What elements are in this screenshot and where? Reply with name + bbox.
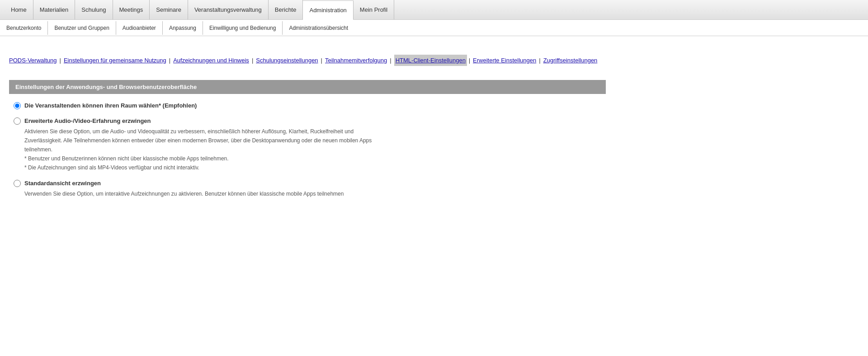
radio-label-1[interactable]: Die Veranstaltenden können ihren Raum wä… (14, 102, 601, 109)
radio-input-3[interactable] (14, 180, 21, 187)
radio-input-1[interactable] (14, 102, 21, 109)
sep1: | (60, 55, 61, 66)
desc-2-line-2: Zuverlässigkeit. Alle Teilnehmenden könn… (24, 136, 601, 145)
sub-navigation: Benutzerkonto Benutzer und Gruppen Audio… (0, 20, 868, 36)
sep7: | (539, 55, 540, 66)
subnav-benutzer-gruppen[interactable]: Benutzer und Gruppen (48, 21, 116, 35)
subnav-anpassung[interactable]: Anpassung (163, 21, 203, 35)
desc-2-line-4: * Benutzer und Benutzerinnen können nich… (24, 155, 601, 163)
nav-item-materialien[interactable]: Materialien (33, 0, 75, 19)
desc-2-line-5: * Die Aufzeichnungen sind als MP4-Videos… (24, 164, 601, 172)
breadcrumb-teilnahme[interactable]: Teilnahmemitverfolgung (325, 55, 387, 66)
breadcrumb-html-client[interactable]: HTML-Client-Einstellungen (394, 55, 467, 66)
breadcrumb-zugriffs[interactable]: Zugriffseinstellungen (543, 55, 598, 66)
nav-item-schulung[interactable]: Schulung (75, 0, 113, 19)
top-navigation: Home Materialien Schulung Meetings Semin… (0, 0, 868, 20)
nav-item-berichte[interactable]: Berichte (269, 0, 303, 19)
radio-option-1: Die Veranstaltenden können ihren Raum wä… (14, 102, 601, 109)
radio-text-1: Die Veranstaltenden können ihren Raum wä… (24, 102, 197, 109)
sep3: | (252, 55, 253, 66)
radio-text-3: Standardansicht erzwingen (24, 180, 101, 187)
nav-item-meetings[interactable]: Meetings (113, 0, 150, 19)
nav-item-veranstaltung[interactable]: Veranstaltungsverwaltung (188, 0, 269, 19)
breadcrumb-pods-verwaltung[interactable]: PODS-Verwaltung (9, 55, 57, 66)
breadcrumb-schulungseinstellungen[interactable]: Schulungseinstellungen (256, 55, 318, 66)
main-content: PODS-Verwaltung | Einstellungen für geme… (0, 36, 615, 215)
radio-option-3: Standardansicht erzwingen Verwenden Sie … (14, 180, 601, 198)
nav-item-seminare[interactable]: Seminare (150, 0, 188, 19)
breadcrumb-links: PODS-Verwaltung | Einstellungen für geme… (9, 50, 606, 71)
subnav-benutzerkonto[interactable]: Benutzerkonto (5, 21, 48, 35)
nav-item-administration[interactable]: Administration (303, 0, 353, 20)
breadcrumb-erweiterte[interactable]: Erweiterte Einstellungen (473, 55, 536, 66)
nav-item-profil[interactable]: Mein Profil (354, 0, 394, 19)
section-header: Einstellungen der Anwendungs- und Browse… (9, 80, 606, 94)
radio-description-2: Aktivieren Sie diese Option, um die Audi… (24, 127, 601, 172)
radio-label-3[interactable]: Standardansicht erzwingen (14, 180, 601, 187)
radio-label-2[interactable]: Erweiterte Audio-/Video-Erfahrung erzwin… (14, 117, 601, 125)
nav-item-home[interactable]: Home (5, 0, 33, 19)
radio-text-2: Erweiterte Audio-/Video-Erfahrung erzwin… (24, 117, 151, 124)
desc-2-line-3: teilnehmen. (24, 145, 601, 154)
radio-group: Die Veranstaltenden können ihren Raum wä… (9, 102, 606, 198)
radio-option-2: Erweiterte Audio-/Video-Erfahrung erzwin… (14, 117, 601, 172)
radio-input-2[interactable] (14, 117, 21, 125)
sep5: | (390, 55, 391, 66)
desc-2-line-1: Aktivieren Sie diese Option, um die Audi… (24, 127, 601, 136)
desc-3-line-1: Verwenden Sie diese Option, um interakti… (24, 190, 601, 198)
sep6: | (469, 55, 470, 66)
subnav-einwilligung[interactable]: Einwilligung und Bedienung (203, 21, 283, 35)
subnav-administrationsübersicht[interactable]: Administrationsübersicht (283, 21, 354, 35)
sep2: | (169, 55, 170, 66)
radio-description-3: Verwenden Sie diese Option, um interakti… (24, 190, 601, 198)
breadcrumb-einstellungen-nutzung[interactable]: Einstellungen für gemeinsame Nutzung (64, 55, 166, 66)
sep4: | (321, 55, 322, 66)
breadcrumb-aufzeichnungen[interactable]: Aufzeichnungen und Hinweis (173, 55, 249, 66)
subnav-audioanbieter[interactable]: Audioanbieter (116, 21, 163, 35)
